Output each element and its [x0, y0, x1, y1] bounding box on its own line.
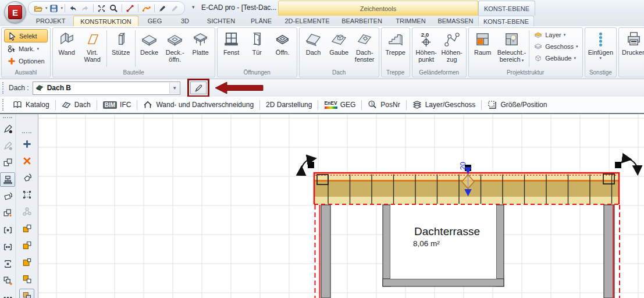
toolbar-grip[interactable] [22, 132, 31, 135]
gaube-icon [330, 30, 348, 48]
bool-union-button[interactable] [19, 221, 34, 236]
toolbar-grip[interactable] [2, 82, 5, 94]
tool-katalog[interactable]: Katalog [9, 100, 54, 109]
treppe-button[interactable]: Treppe [383, 29, 408, 69]
selection-handle-left[interactable] [308, 162, 314, 168]
gaube-button[interactable]: Gaube [326, 29, 352, 69]
einfügen-button[interactable]: Einfügen▾ [586, 29, 615, 69]
zoom-extents-icon[interactable] [96, 3, 107, 13]
rotate-handle-right-icon[interactable] [627, 159, 638, 171]
combo-dropdown-icon[interactable]: ▼ [169, 83, 180, 94]
virt.-wand-button[interactable]: Virt. Wand [80, 29, 105, 69]
tab-konst-ebene[interactable]: KONST-EBENE [478, 16, 534, 26]
edit-dach-pencil-button[interactable] [190, 81, 207, 94]
tab-projekt[interactable]: PROJEKT [28, 16, 73, 26]
application-window: Zeichentools KONST-EBENE ▾▾ ▾ E-CAD pro … [0, 0, 644, 298]
button-label: Dach- fenster [355, 49, 375, 63]
tool-größe-position[interactable]: Größe/Position [483, 100, 551, 109]
höhen--zug-button[interactable]: Höhen- zug [439, 29, 465, 69]
dots-button[interactable] [0, 290, 15, 298]
stütze-button[interactable]: Stütze [108, 29, 134, 69]
open-folder-dropdown-icon[interactable]: ▾ [45, 6, 48, 10]
decke-button[interactable]: Decke [137, 29, 162, 69]
beleucht.--bereich-button[interactable]: Beleucht.- bereich ▾ [496, 29, 528, 69]
zoom-icon[interactable] [108, 3, 119, 13]
press-button[interactable] [0, 172, 15, 187]
gebäude-button[interactable]: Gebäude▾ [532, 52, 579, 64]
contextual-header-konst-ebene: KONST-EBENE [478, 1, 535, 16]
brka-button[interactable] [0, 223, 15, 237]
qat-customize-icon[interactable]: ▾ [192, 4, 195, 10]
open-folder-icon[interactable] [33, 3, 44, 13]
bool-combine-button[interactable] [19, 289, 34, 298]
save-dropdown-icon[interactable]: ▾ [61, 6, 63, 10]
tab-sichten[interactable]: SICHTEN [199, 16, 243, 26]
tool-dach[interactable]: Dach [58, 100, 95, 109]
tab-trimmen[interactable]: TRIMMEN [389, 16, 433, 26]
haus-icon [143, 100, 153, 109]
save-icon[interactable] [48, 3, 59, 13]
öffn.-button[interactable]: Öffn. [270, 29, 296, 69]
tab-2d-elemente[interactable]: 2D-ELEMENTE [279, 16, 335, 26]
group-separator [529, 30, 529, 67]
tool-layer-geschoss[interactable]: Layer/Geschoss [408, 100, 480, 109]
tab-bemassen[interactable]: BEMASSEN [433, 16, 478, 26]
dach-button[interactable]: Dach [301, 29, 326, 69]
dach-combobox[interactable]: Dach B ▼ [33, 81, 180, 95]
layer-button[interactable]: Layer▾ [532, 29, 579, 41]
frame-button[interactable] [19, 187, 34, 202]
deck.--öffn.-button[interactable]: Deck.- öffn. [162, 29, 188, 69]
tür-button[interactable]: Tür [244, 29, 270, 69]
separator [55, 100, 56, 110]
optionen-button[interactable]: Optionen [4, 55, 48, 67]
tab-geg[interactable]: GEG [138, 16, 171, 26]
raum-button[interactable]: Raum [470, 29, 496, 69]
tab-3d[interactable]: 3D [171, 16, 199, 26]
plus-button[interactable] [19, 137, 34, 151]
selekt-button[interactable]: Selekt [4, 29, 48, 42]
button-label: Höhen- zug [442, 49, 462, 63]
drawing-canvas[interactable]: Dachterrasse8,06 m²20 [38, 114, 644, 298]
fenst-button[interactable]: Fenst [219, 29, 244, 69]
brkb-button[interactable] [0, 240, 15, 254]
platte-button[interactable]: Platte [188, 29, 214, 69]
rotobj-button[interactable] [0, 189, 15, 204]
wand-button[interactable]: Wand [54, 29, 80, 69]
höhen--punkt-button[interactable]: 2,0Höhen- punkt [414, 29, 439, 69]
pen-inactive-icon [169, 3, 180, 13]
rotshape-button[interactable] [19, 171, 34, 185]
measure-icon[interactable] [124, 3, 136, 13]
tool-ifc[interactable]: BIMIFC [99, 101, 136, 109]
button-label: Platte [193, 49, 209, 56]
toolbar-grip[interactable] [3, 117, 12, 120]
ribbon-group-drucken: Drucken [618, 27, 644, 77]
dock-pen-button[interactable] [0, 122, 15, 136]
xdel-button[interactable] [19, 154, 34, 168]
drucken-button[interactable]: Drucken [620, 29, 644, 69]
bool-exclude-button[interactable] [19, 272, 34, 286]
geschoss-button[interactable]: Geschoss▾ [532, 41, 579, 52]
pen-icon[interactable] [157, 3, 168, 13]
tab-pläne[interactable]: PLÄNE [243, 16, 279, 26]
tool-geg[interactable]: EnEVGEG [320, 101, 360, 109]
copyplus-button[interactable] [0, 206, 15, 221]
undo-icon[interactable] [67, 3, 79, 13]
geschoss-icon [533, 42, 543, 51]
selection-handle-right[interactable] [615, 162, 621, 168]
tool-2d-darstellung[interactable]: 2D Darstellung [262, 101, 316, 109]
mark.-button[interactable]: Mark.▾ [4, 42, 48, 55]
copyplus2-button[interactable] [0, 274, 15, 288]
button-label: Virt. Wand [84, 49, 100, 63]
toolbar-grip[interactable] [2, 99, 5, 111]
tool-wand-und-dachverschneidung[interactable]: Wand- und Dachverschneidung [139, 100, 258, 109]
bool-subtract-button[interactable] [19, 238, 34, 253]
app-menu-button[interactable]: E [4, 1, 26, 23]
bool-intersect-button[interactable] [19, 255, 34, 269]
dach--fenster-button[interactable]: Dach- fenster [352, 29, 378, 69]
brkv-button[interactable] [0, 257, 15, 271]
copy-button[interactable] [0, 155, 15, 170]
tool-posnr[interactable]: 1PosNr [364, 100, 404, 109]
polyline-icon[interactable] [141, 3, 152, 13]
tab-bearbeiten[interactable]: BEARBEITEN [335, 16, 389, 26]
tab-konstruktion[interactable]: KONSTRUKTION [73, 16, 138, 26]
